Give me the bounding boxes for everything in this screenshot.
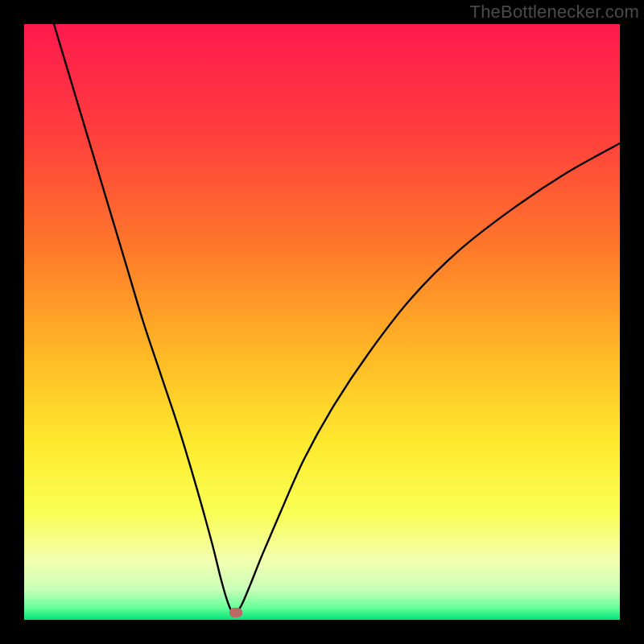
plot-area (24, 24, 620, 620)
optimal-point-marker (229, 608, 242, 617)
bottleneck-curve (54, 24, 620, 613)
curve-svg (24, 24, 620, 620)
chart-frame: TheBottlenecker.com (0, 0, 644, 644)
watermark-text: TheBottlenecker.com (470, 2, 639, 23)
